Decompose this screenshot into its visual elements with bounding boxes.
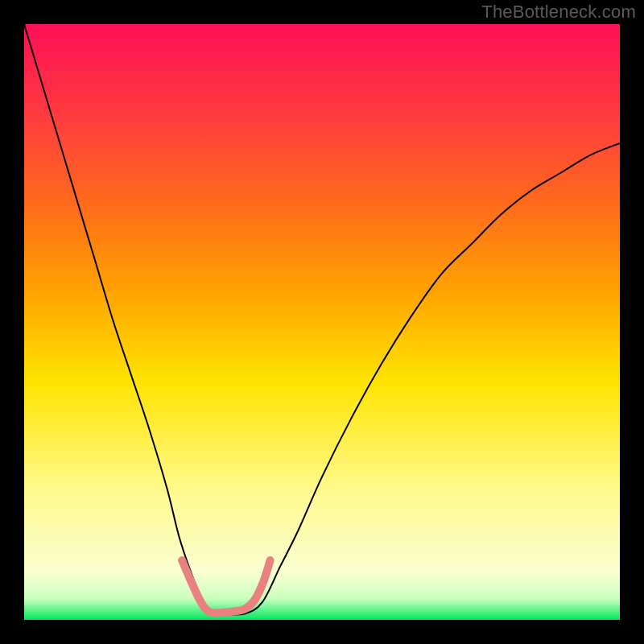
plot-svg	[24, 24, 620, 620]
plot-area	[24, 24, 620, 620]
chart-frame: TheBottleneck.com	[0, 0, 644, 644]
watermark-text: TheBottleneck.com	[481, 2, 636, 23]
